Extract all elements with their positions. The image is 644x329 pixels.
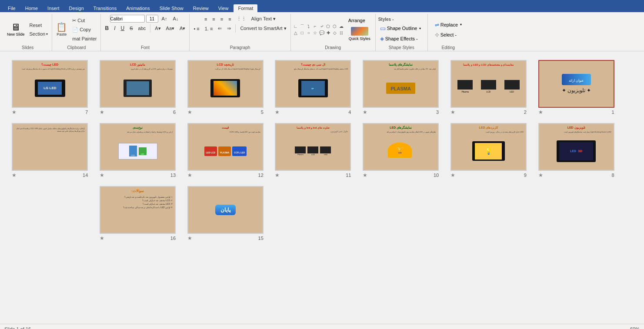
font-family-input[interactable]	[110, 15, 145, 23]
align-center-button[interactable]: ≡	[210, 15, 217, 23]
slide-item-7[interactable]: LED چیست؟ متن توضیحی درباره LED و Light …	[9, 60, 91, 115]
slide-item-14[interactable]: ارائه‌ای درباره نمایشگرها و تکنولوژی‌های…	[9, 123, 91, 178]
tab-view[interactable]: View	[214, 4, 233, 12]
slides-panel[interactable]: LED چیست؟ متن توضیحی درباره LED و Light …	[0, 51, 644, 324]
slide-thumb-2: مقایسه‌ای و مشخصه‌های LCD و LED و پلاسما…	[450, 60, 527, 108]
shape-callout[interactable]: 💬	[319, 30, 325, 36]
slide-item-3[interactable]: نمایشگرهای پلاسما اواخر دهه ۱۹۶۰ میلادی …	[360, 60, 442, 115]
slide-item-11[interactable]: تفاوت های lcd و led و پلاسما طول عمر تلو…	[272, 123, 354, 178]
slide-9-title: کاربردهای LED	[454, 126, 524, 130]
format-painter-button[interactable]: mat Painter	[70, 35, 99, 43]
slide-thumb-13: نوع‌بندی از این رو LCD نوشته‌ها و اشیاء …	[100, 123, 176, 171]
slide-item-4[interactable]: ال سی دی چیست؟ LCD مخفف Liquid Crystal D…	[272, 60, 354, 115]
slide-item-6[interactable]: مانیتور LCD توضیحات درباره مانیتور LCD و…	[97, 60, 179, 115]
decrease-font-button[interactable]: A↓	[170, 15, 180, 23]
ribbon-drawing-group: ∟ ⌒ ⤵ ⌐ ⤶ ⬠ ⬡ ☁ △ □ ○ ☆ 💬 ✚ ◇ ⌸	[291, 14, 376, 51]
shape-arrow[interactable]: ⤵	[306, 23, 312, 30]
paste-button[interactable]: 📋 Paste	[54, 21, 69, 38]
bullets-button[interactable]: • ≡	[191, 25, 201, 33]
shape-line[interactable]: ∟	[293, 23, 299, 30]
align-text-button[interactable]: Align Text ▾	[249, 15, 278, 23]
ribbon: 🖥 New Slide Reset Section ▾ Slides 📋 Pas…	[0, 12, 644, 51]
slide-6-star: ★	[100, 109, 104, 115]
underline-button[interactable]: U	[119, 24, 127, 33]
slide-10-star: ★	[363, 172, 367, 178]
align-left-button[interactable]: ≡	[202, 15, 209, 23]
tab-animations[interactable]: Animations	[122, 4, 154, 12]
italic-button[interactable]: I	[112, 24, 117, 33]
slide-item-8[interactable]: تلویزیون LED LED یا Light Emitting Diode…	[535, 123, 617, 178]
slide-thumb-3: نمایشگرهای پلاسما اواخر دهه ۱۹۶۰ میلادی …	[363, 60, 439, 108]
shape-rect[interactable]: □	[299, 30, 305, 36]
slide-item-2[interactable]: مقایسه‌ای و مشخصه‌های LCD و LED و پلاسما…	[447, 60, 530, 115]
shape-outline-button[interactable]: ▭ Shape Outline ▾	[377, 23, 424, 33]
numbering-button[interactable]: 1. ≡	[203, 25, 215, 33]
align-right-button[interactable]: ≡	[218, 15, 225, 23]
status-bar: Slide 1 of 16 60%	[0, 324, 644, 329]
font-row2: B I U S abc A▾ Aa▾ A▾	[103, 24, 187, 33]
tab-review[interactable]: Review	[189, 4, 213, 12]
font-color-button[interactable]: A▾	[153, 24, 163, 33]
tab-transitions[interactable]: Transitions	[89, 4, 121, 12]
tab-format[interactable]: Format	[234, 4, 257, 12]
shape-effects-button[interactable]: ◈ Shape Effects -	[377, 34, 424, 43]
bold-button[interactable]: B	[103, 24, 111, 33]
slide-item-10[interactable]: نمایشگرهای LED یکپارچگی تصویر در LED امک…	[360, 123, 442, 178]
justify-button[interactable]: ≡	[226, 15, 233, 23]
shape-oval[interactable]: ○	[306, 30, 312, 36]
clipboard-content: 📋 Paste ✂ Cut 📄 Copy mat Painter	[54, 15, 99, 44]
slide-item-16[interactable]: سوالات: ۱- اولین محصول تلویزیون چه نام د…	[97, 186, 179, 241]
shape-cross[interactable]: ✚	[325, 30, 331, 36]
slide-item-15[interactable]: پایان ★ 15	[184, 186, 267, 241]
replace-button[interactable]: ⇌ Replace ▾	[432, 20, 464, 29]
tab-slideshow[interactable]: Slide Show	[155, 4, 188, 12]
slide-item-9[interactable]: کاربردهای LED LED دارای کاربردهای متعددی…	[447, 123, 530, 178]
slide-item-13[interactable]: نوع‌بندی از این رو LCD نوشته‌ها و اشیاء …	[97, 123, 179, 178]
tab-home[interactable]: Home	[21, 4, 42, 12]
select-button[interactable]: ⊹ Select -	[432, 30, 464, 39]
slide-13-chart: LCD LED	[118, 143, 157, 160]
arrange-button[interactable]: Arrange	[346, 17, 374, 24]
section-button[interactable]: Section ▾	[27, 30, 50, 38]
shape-triangle[interactable]: △	[293, 30, 299, 36]
cut-button[interactable]: ✂ Cut	[70, 17, 99, 25]
quick-styles-button[interactable]: Quick Styles	[346, 25, 374, 43]
convert-smartart-button[interactable]: Convert to SmartArt ▾	[238, 24, 288, 33]
tab-file[interactable]: File	[3, 4, 20, 12]
font-size-input[interactable]	[146, 15, 158, 23]
slide-thumb-7: LED چیست؟ متن توضیحی درباره LED و Light …	[12, 60, 88, 108]
new-slide-button[interactable]: 🖥 New Slide	[5, 21, 27, 38]
char-spacing-button[interactable]: Aa▾	[164, 24, 177, 33]
slide-6-num: 6	[173, 110, 176, 115]
slide-3-text: اواخر دهه ۱۹۶۰ میلادی در قالب فناوری نما…	[366, 68, 436, 70]
strikethrough-button[interactable]: S	[127, 24, 135, 32]
columns-button[interactable]: ⋮⋮	[234, 15, 248, 23]
shape-corner[interactable]: ⌐	[312, 23, 318, 30]
tab-design[interactable]: Design	[65, 4, 88, 12]
shape-pentagon[interactable]: ⬠	[325, 23, 331, 30]
tab-insert[interactable]: Insert	[43, 4, 64, 12]
shadow-button[interactable]: abc	[136, 24, 148, 32]
shape-zigzag[interactable]: ⤶	[319, 23, 325, 30]
shape-bracket[interactable]: ⌸	[338, 30, 344, 36]
slide-bg-14: ارائه‌ای درباره نمایشگرها و تکنولوژی‌های…	[13, 124, 87, 170]
decrease-indent-button[interactable]: ⇐	[216, 24, 224, 33]
shape-arc[interactable]: ⌒	[299, 23, 305, 30]
copy-button[interactable]: 📄 Copy	[70, 26, 99, 34]
slide-item-5[interactable]: تاریخچه LCD کریستال مایع یا Liquid Cryst…	[184, 60, 267, 115]
slide-5-text: کریستال مایع یا Liquid Crystal Display ب…	[190, 68, 260, 70]
slide-12-star: ★	[187, 172, 192, 178]
reset-button[interactable]: Reset	[27, 21, 50, 29]
text-size-button[interactable]: A▾	[177, 24, 187, 33]
slide-12-image: LED LCD PLASMA CCFL LED	[190, 135, 260, 168]
slide-8-image: LED 3D	[541, 135, 611, 168]
shape-star[interactable]: ☆	[312, 30, 318, 36]
shape-cloud[interactable]: ☁	[338, 23, 344, 30]
slide-10-text: یکپارچگی تصویر در LED امکان مقایسه بهتر …	[366, 131, 436, 133]
slide-item-1[interactable]: عنوان ارائه ✦ تلویزیون ✦ ★ 1	[535, 60, 617, 115]
increase-font-button[interactable]: A↑	[160, 15, 170, 23]
slide-item-12[interactable]: قیمت مقایسه قیمت بین LED پلاسما و CCFL L…	[184, 123, 267, 178]
shape-hexagon[interactable]: ⬡	[332, 23, 338, 30]
shape-diamond[interactable]: ◇	[332, 30, 338, 36]
increase-indent-button[interactable]: ⇒	[225, 24, 233, 33]
